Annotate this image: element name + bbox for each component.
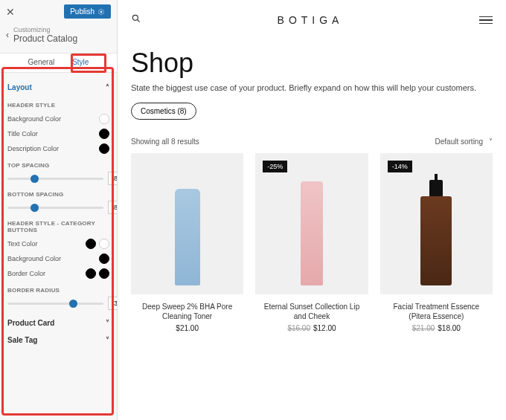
product-price: $16.00$12.00 bbox=[287, 324, 336, 332]
page-title: Shop bbox=[131, 48, 493, 79]
chevron-up-icon: ˄ bbox=[106, 83, 109, 91]
product-title: Facial Treatment Essence (Pitera Essence… bbox=[380, 302, 493, 321]
style-panel: Layout˄ HEADER STYLE Background Color Ti… bbox=[0, 73, 117, 420]
tabs: General Style Style bbox=[0, 53, 117, 73]
top-spacing-slider[interactable] bbox=[7, 178, 103, 180]
gear-icon bbox=[97, 8, 105, 16]
desc-color-label: Description Color bbox=[7, 145, 59, 152]
chevron-down-icon: ˅ bbox=[106, 319, 109, 327]
border-color-swatch-1[interactable] bbox=[86, 268, 96, 279]
product-image bbox=[420, 196, 452, 285]
sale-badge: -25% bbox=[263, 161, 287, 172]
bottom-spacing-label: BOTTOM SPACING bbox=[7, 191, 109, 198]
customizing-label: Customizing bbox=[13, 26, 77, 33]
sale-badge: -14% bbox=[388, 161, 412, 172]
text-color-label: Text Color bbox=[7, 240, 38, 248]
section-sale-tag[interactable]: Sale Tag˅ bbox=[7, 332, 109, 349]
cat-buttons-label: HEADER STYLE - CATEGORY BUTTONS bbox=[7, 220, 109, 233]
chevron-down-icon: ˅ bbox=[106, 336, 109, 344]
back-icon[interactable]: ‹ bbox=[6, 30, 9, 40]
bg-color-swatch[interactable] bbox=[99, 114, 109, 124]
brand-logo[interactable]: BOTIGA bbox=[141, 14, 479, 26]
results-count: Showing all 8 results bbox=[131, 138, 199, 146]
close-icon[interactable]: ✕ bbox=[6, 6, 15, 18]
svg-line-2 bbox=[138, 20, 140, 22]
title-color-swatch[interactable] bbox=[99, 129, 109, 139]
text-color-swatch-2[interactable] bbox=[99, 239, 109, 249]
bottom-spacing-input[interactable] bbox=[108, 201, 117, 214]
page-description: State the biggest use case of your produ… bbox=[131, 83, 493, 92]
publish-button[interactable]: Publish bbox=[64, 4, 111, 19]
chevron-down-icon: ˅ bbox=[489, 138, 493, 146]
border-color-label: Border Color bbox=[7, 270, 45, 277]
text-color-swatch-1[interactable] bbox=[86, 239, 96, 249]
category-pill[interactable]: Cosmetics (8) bbox=[131, 103, 196, 120]
customizer-sidebar: ✕ Publish ‹ Customizing Product Catalog … bbox=[0, 0, 118, 420]
section-layout[interactable]: Layout˄ bbox=[7, 79, 109, 96]
product-price: $21.00 bbox=[176, 324, 199, 332]
border-radius-label: BORDER RADIUS bbox=[7, 287, 109, 294]
product-price: $21.00$18.00 bbox=[412, 324, 461, 332]
section-product-card[interactable]: Product Card˅ bbox=[7, 314, 109, 332]
top-spacing-label: TOP SPACING bbox=[7, 162, 109, 169]
svg-point-0 bbox=[100, 10, 103, 13]
product-card[interactable]: -14% Facial Treatment Essence (Pitera Es… bbox=[380, 153, 493, 332]
product-card[interactable]: -25% Eternal Sunset Collection Lip and C… bbox=[255, 153, 368, 332]
product-card[interactable]: Deep Sweep 2% BHA Pore Cleaning Toner $2… bbox=[131, 153, 243, 332]
product-title: Deep Sweep 2% BHA Pore Cleaning Toner bbox=[131, 302, 243, 321]
tab-style[interactable]: Style bbox=[72, 58, 89, 66]
svg-point-1 bbox=[132, 15, 138, 20]
product-image bbox=[301, 181, 323, 285]
top-spacing-input[interactable] bbox=[108, 172, 117, 185]
header-style-label: HEADER STYLE bbox=[7, 102, 109, 109]
sort-dropdown[interactable]: Default sorting˅ bbox=[435, 138, 493, 146]
bg-color-label: Background Color bbox=[7, 115, 61, 123]
product-image bbox=[175, 189, 200, 285]
bottom-spacing-slider[interactable] bbox=[7, 207, 103, 209]
panel-title: Product Catalog bbox=[13, 33, 77, 44]
search-icon[interactable] bbox=[131, 13, 141, 27]
product-title: Eternal Sunset Collection Lip and Cheek bbox=[255, 302, 368, 321]
tab-general[interactable]: General bbox=[28, 58, 55, 66]
cat-bg-color-swatch[interactable] bbox=[99, 253, 109, 264]
cat-bg-color-label: Background Color bbox=[7, 255, 61, 262]
preview-pane: BOTIGA Shop State the biggest use case o… bbox=[118, 0, 506, 420]
desc-color-swatch[interactable] bbox=[99, 143, 109, 154]
border-radius-input[interactable] bbox=[108, 297, 117, 310]
border-color-swatch-2[interactable] bbox=[99, 268, 109, 279]
border-radius-slider[interactable] bbox=[7, 303, 103, 305]
title-color-label: Title Color bbox=[7, 130, 38, 138]
hamburger-icon[interactable] bbox=[479, 16, 493, 25]
